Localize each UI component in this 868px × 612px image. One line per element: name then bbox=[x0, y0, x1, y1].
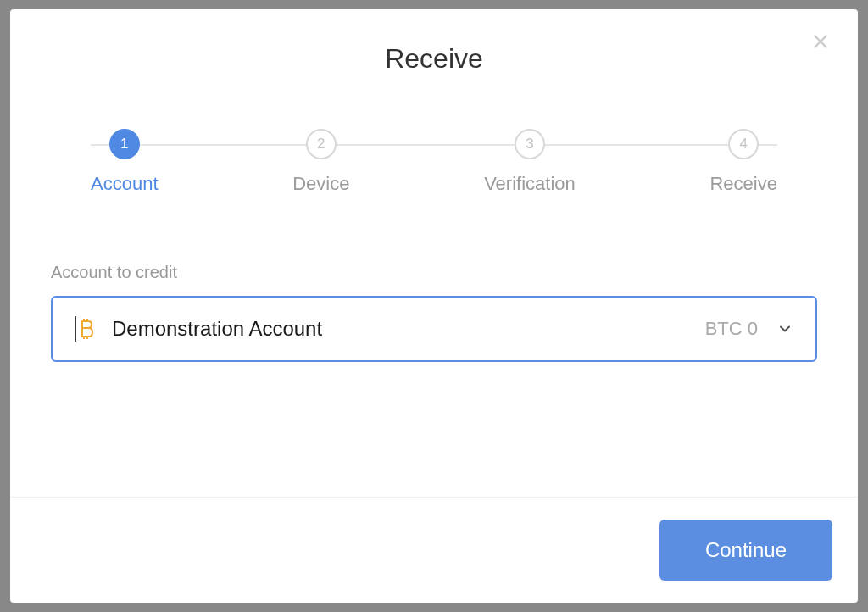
step-label: Receive bbox=[709, 173, 776, 195]
step-verification[interactable]: 3 Verification bbox=[484, 129, 576, 195]
stepper-line bbox=[91, 144, 777, 146]
modal-footer: Continue bbox=[10, 497, 858, 603]
step-label: Device bbox=[292, 173, 349, 195]
stepper: 1 Account 2 Device 3 Verification 4 Rece… bbox=[91, 129, 777, 195]
step-circle: 2 bbox=[306, 129, 337, 159]
step-account[interactable]: 1 Account bbox=[91, 129, 159, 195]
step-label: Account bbox=[91, 173, 159, 195]
step-device[interactable]: 2 Device bbox=[292, 129, 349, 195]
receive-modal: Receive 1 Account 2 Device 3 Verificatio… bbox=[10, 9, 858, 603]
account-select[interactable]: Demonstration Account BTC 0 bbox=[51, 296, 817, 362]
step-circle: 1 bbox=[109, 129, 140, 159]
close-icon bbox=[811, 32, 830, 54]
account-balance: BTC 0 bbox=[705, 318, 758, 340]
modal-header: Receive bbox=[10, 9, 858, 75]
continue-button[interactable]: Continue bbox=[659, 520, 832, 581]
modal-title: Receive bbox=[10, 43, 858, 75]
account-name: Demonstration Account bbox=[112, 317, 705, 341]
step-circle: 4 bbox=[728, 129, 759, 159]
bitcoin-icon bbox=[75, 316, 93, 342]
close-button[interactable] bbox=[804, 26, 837, 60]
chevron-down-icon bbox=[776, 320, 793, 337]
account-field-label: Account to credit bbox=[51, 263, 817, 282]
step-label: Verification bbox=[484, 173, 576, 195]
step-circle: 3 bbox=[515, 129, 545, 159]
modal-content: Account to credit Demonstration Account … bbox=[10, 195, 858, 497]
step-receive[interactable]: 4 Receive bbox=[709, 129, 776, 195]
